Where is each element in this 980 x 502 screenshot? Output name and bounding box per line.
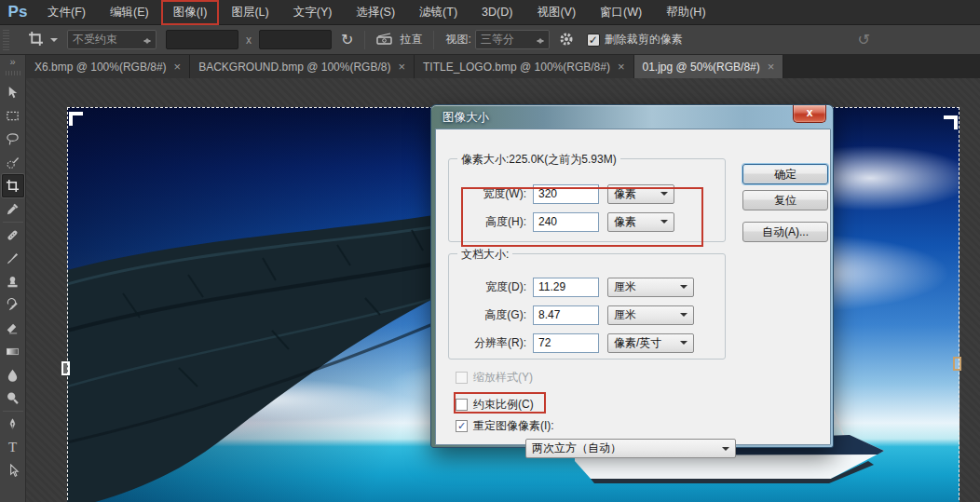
menu-item-6[interactable]: 选择(S) <box>344 0 407 25</box>
swap-rotate-icon[interactable]: ↻ <box>341 33 353 47</box>
pixel-height-row: 高度(H): 像素 <box>456 211 674 232</box>
menu-item-4[interactable]: 图层(L) <box>219 0 280 25</box>
tools-panel: » T <box>0 55 26 502</box>
checkbox <box>456 372 468 384</box>
delete-cropped-pixels-label: 删除裁剪的像素 <box>605 32 683 47</box>
scale-styles-label: 缩放样式(Y) <box>473 370 533 386</box>
divider <box>364 31 365 49</box>
menu-item-5[interactable]: 文字(Y) <box>281 0 345 25</box>
chevron-down-icon <box>660 192 668 199</box>
photoshop-logo: Ps <box>0 3 35 21</box>
menu-item-10[interactable]: 窗口(W) <box>588 0 654 25</box>
menu-item-1[interactable]: 文件(F) <box>35 0 98 25</box>
tab-close-icon[interactable]: × <box>768 60 775 74</box>
straighten-icon[interactable] <box>376 33 392 47</box>
doc-height-row: 高度(G): 厘米 <box>456 305 694 325</box>
lasso-tool-button[interactable] <box>2 128 24 151</box>
chevron-down-icon <box>680 341 687 348</box>
resample-image-checkbox[interactable]: ✓ 重定图像像素(I): <box>456 418 554 433</box>
resample-image-label: 重定图像像素(I): <box>473 418 554 434</box>
document-size-legend: 文档大小: <box>457 247 512 263</box>
gradient-tool-button[interactable] <box>2 340 24 363</box>
crop-width-input[interactable] <box>166 30 238 49</box>
menu-item-9[interactable]: 视图(V) <box>524 0 588 25</box>
eraser-tool-button[interactable] <box>2 317 24 340</box>
brush-tool-button[interactable] <box>2 247 24 270</box>
pixel-width-label: 宽度(W): <box>456 186 526 202</box>
path-selection-tool-button[interactable] <box>2 459 24 482</box>
menu-items: 文件(F)编辑(E)图像(I)图层(L)文字(Y)选择(S)滤镜(T)3D(D)… <box>35 0 718 25</box>
menu-item-8[interactable]: 3D(D) <box>470 1 524 23</box>
chevron-down-icon <box>660 220 668 227</box>
pixel-height-unit-select[interactable]: 像素 <box>607 212 674 232</box>
reset-tool-icon[interactable]: ↺ <box>858 31 870 48</box>
type-tool-button[interactable]: T <box>2 436 24 459</box>
image-size-dialog: 图像大小 x 像素大小:225.0K(之前为5.93M) 宽度(W): 像素 高… <box>430 104 834 448</box>
tool-preset-arrow-icon[interactable] <box>50 38 58 46</box>
menu-item-2[interactable]: 编辑(E) <box>98 0 161 25</box>
tools-grip <box>6 71 20 75</box>
dodge-tool-button[interactable] <box>2 387 24 410</box>
document-tab-bar: X6.bmp @ 100%(RGB/8#)×BACKGROUND.bmp @ 1… <box>26 55 980 78</box>
crop-preset-select[interactable]: 不受约束 <box>67 30 157 49</box>
doc-tabs: X6.bmp @ 100%(RGB/8#)×BACKGROUND.bmp @ 1… <box>26 55 783 78</box>
doc-resolution-unit-select[interactable]: 像素/英寸 <box>607 333 694 353</box>
panel-collapse-icon[interactable]: » <box>9 55 15 68</box>
menu-item-7[interactable]: 滤镜(T) <box>407 0 470 25</box>
photoshop-window: Ps 文件(F)编辑(E)图像(I)图层(L)文字(Y)选择(S)滤镜(T)3D… <box>0 0 980 502</box>
pixel-height-label: 高度(H): <box>456 214 526 230</box>
auto-button[interactable]: 自动(A)... <box>742 222 828 242</box>
history-brush-tool-button[interactable] <box>2 293 24 317</box>
tab-close-icon[interactable]: × <box>618 60 625 74</box>
constrain-proportions-checkbox[interactable]: 约束比例(C) <box>456 397 534 412</box>
tab-title: X6.bmp @ 100%(RGB/8#) <box>34 61 167 74</box>
crop-tool-button[interactable] <box>2 174 24 197</box>
reset-button[interactable]: 复位 <box>742 190 828 210</box>
crop-tool-icon[interactable] <box>28 31 44 48</box>
close-x-icon: x <box>807 106 813 119</box>
document-tab-4[interactable]: 01.jpg @ 50%(RGB/8#)× <box>634 55 784 78</box>
delete-cropped-pixels-checkbox[interactable]: ✓ 删除裁剪的像素 <box>587 32 683 47</box>
document-tab-2[interactable]: BACKGROUND.bmp @ 100%(RGB/8)× <box>190 55 415 78</box>
dialog-close-button[interactable]: x <box>793 105 826 123</box>
eyedropper-tool-button[interactable] <box>2 197 24 221</box>
tab-title: TITLE_LOGO.bmp @ 100%(RGB/8#) <box>423 61 610 74</box>
doc-resolution-input[interactable] <box>533 333 599 353</box>
straighten-label[interactable]: 拉直 <box>400 32 422 47</box>
pixel-width-input[interactable] <box>533 184 599 204</box>
move-tool-button[interactable] <box>2 81 24 104</box>
chevron-down-icon <box>680 313 687 320</box>
tab-close-icon[interactable]: × <box>398 60 405 74</box>
overlay-view-select[interactable]: 三等分 <box>475 30 550 49</box>
divider <box>3 222 23 223</box>
ok-button[interactable]: 确定 <box>742 164 828 184</box>
marquee-tool-button[interactable] <box>2 104 24 128</box>
pen-tool-button[interactable] <box>2 413 24 436</box>
menu-item-11[interactable]: 帮助(H) <box>654 0 717 25</box>
pixel-height-input[interactable] <box>533 212 599 232</box>
doc-height-input[interactable] <box>533 305 599 325</box>
clone-stamp-tool-button[interactable] <box>2 270 24 293</box>
blur-tool-button[interactable] <box>2 363 24 387</box>
divider <box>3 411 23 412</box>
crop-height-input[interactable] <box>259 30 332 49</box>
doc-height-unit-select[interactable]: 厘米 <box>607 305 694 325</box>
resample-method-select[interactable]: 两次立方（自动） <box>525 439 736 458</box>
pixel-width-unit-select[interactable]: 像素 <box>607 184 674 204</box>
quick-selection-tool-button[interactable] <box>2 151 24 174</box>
document-tab-1[interactable]: X6.bmp @ 100%(RGB/8#)× <box>26 55 190 78</box>
pixel-size-legend: 像素大小:225.0K(之前为5.93M) <box>457 152 620 168</box>
doc-width-row: 宽度(D): 厘米 <box>456 277 694 297</box>
tab-close-icon[interactable]: × <box>174 60 182 74</box>
checkbox <box>456 399 468 411</box>
crop-settings-gear-icon[interactable] <box>559 32 574 48</box>
document-tab-3[interactable]: TITLE_LOGO.bmp @ 100%(RGB/8#)× <box>415 55 634 78</box>
menu-item-3[interactable]: 图像(I) <box>161 0 220 25</box>
doc-width-unit-select[interactable]: 厘米 <box>607 278 694 297</box>
pixel-width-row: 宽度(W): 像素 <box>456 183 674 204</box>
dialog-title: 图像大小 <box>442 110 489 126</box>
spot-healing-tool-button[interactable] <box>2 224 24 247</box>
constrain-proportions-label: 约束比例(C) <box>473 397 534 413</box>
doc-width-input[interactable] <box>533 278 599 297</box>
dimension-separator: x <box>246 34 252 47</box>
